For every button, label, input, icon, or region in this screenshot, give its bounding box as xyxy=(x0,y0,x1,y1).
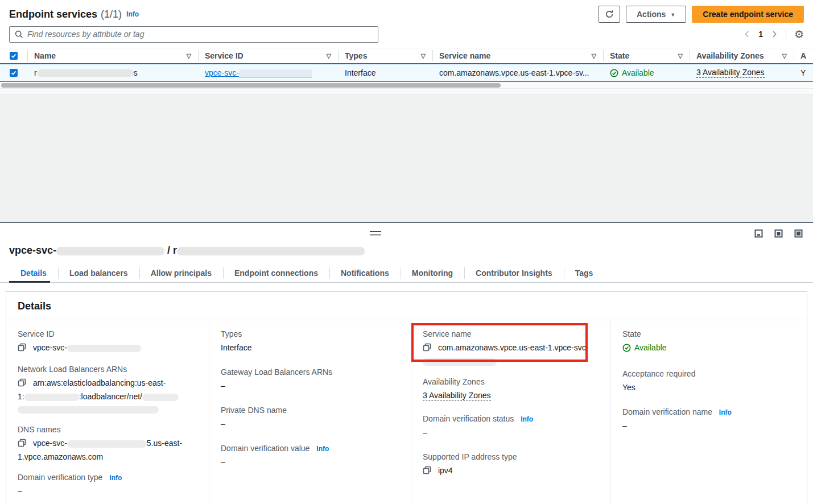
column-header-truncated[interactable]: A xyxy=(794,48,813,63)
tab-tags[interactable]: Tags xyxy=(564,264,605,282)
split-panel-controls xyxy=(754,229,803,239)
list-header: Endpoint services (1/1) Info Actions ▼ C… xyxy=(0,0,813,25)
next-page-icon[interactable] xyxy=(771,30,778,38)
field-acceptance-required: Acceptance required Yes xyxy=(622,369,795,394)
field-state: State Available xyxy=(622,329,795,356)
redacted-title-name xyxy=(177,247,365,255)
tab-endpoint-connections[interactable]: Endpoint connections xyxy=(223,264,329,282)
field-private-dns-name: Private DNS name – xyxy=(221,406,399,430)
horizontal-scrollbar xyxy=(0,82,813,89)
filter-service-id-icon[interactable]: ▽ xyxy=(327,52,331,60)
cell-service-id: vpce-svc- xyxy=(198,64,338,81)
caret-down-icon: ▼ xyxy=(670,12,675,18)
split-panel: vpce-svc- / r Details Load balancers All… xyxy=(0,223,813,502)
panel-maximize-icon[interactable] xyxy=(794,229,803,239)
table-footer-gap xyxy=(0,89,813,94)
row-checkbox[interactable] xyxy=(10,69,18,77)
tab-notifications[interactable]: Notifications xyxy=(329,264,401,282)
az-popover-trigger[interactable]: 3 Availability Zones xyxy=(423,391,491,401)
redacted-name xyxy=(37,69,134,77)
tab-contributor-insights[interactable]: Contributor Insights xyxy=(464,264,564,282)
tab-load-balancers[interactable]: Load balancers xyxy=(58,264,139,282)
pagination: 1 ⚙ xyxy=(744,28,804,40)
search-icon xyxy=(15,30,23,39)
filter-name-icon[interactable]: ▽ xyxy=(187,52,191,60)
filter-az-icon[interactable]: ▽ xyxy=(782,52,787,60)
field-domain-verification-status: Domain verification status Info – xyxy=(423,414,599,439)
field-service-id: Service ID vpce-svc- xyxy=(18,329,197,355)
redacted-service-id-value xyxy=(67,345,141,352)
preferences-gear-icon[interactable]: ⚙ xyxy=(794,29,804,40)
filter-service-name-icon[interactable]: ▽ xyxy=(592,52,596,60)
column-header-state[interactable]: State ▽ xyxy=(603,48,690,63)
search-input[interactable] xyxy=(27,30,373,39)
copy-icon[interactable] xyxy=(18,440,28,449)
cell-name: rs xyxy=(27,64,198,81)
field-glb-arns: Gateway Load Balancers ARNs – xyxy=(221,367,399,392)
tab-allow-principals[interactable]: Allow principals xyxy=(139,264,223,282)
service-id-link[interactable]: vpce-svc- xyxy=(205,68,312,77)
actions-button-label: Actions xyxy=(637,10,666,19)
resource-count: (1/1) xyxy=(101,9,122,20)
panel-position-side-icon[interactable] xyxy=(774,229,783,239)
copy-icon[interactable] xyxy=(18,379,28,389)
field-domain-verification-value: Domain verification value Info – xyxy=(221,444,399,468)
column-header-service-id[interactable]: Service ID ▽ xyxy=(198,48,338,63)
details-column-1: Service ID vpce-svc- Network Load Balanc… xyxy=(6,320,209,504)
field-dns-names: DNS names vpce-svc-5.us-east- 1.vpce.ama… xyxy=(18,425,197,463)
copy-icon[interactable] xyxy=(423,467,434,476)
horizontal-scrollbar-thumb[interactable] xyxy=(1,83,501,88)
available-check-icon xyxy=(622,344,631,352)
filter-state-icon[interactable]: ▽ xyxy=(678,52,683,60)
create-endpoint-service-button[interactable]: Create endpoint service xyxy=(692,6,804,23)
page-title: Endpoint services xyxy=(9,9,97,20)
field-availability-zones: Availability Zones 3 Availability Zones xyxy=(423,377,599,402)
dvt-info-link[interactable]: Info xyxy=(109,474,122,482)
redacted-lb-name xyxy=(142,394,179,401)
page-number[interactable]: 1 xyxy=(758,30,763,39)
previous-page-icon[interactable] xyxy=(744,30,750,38)
redacted-title-id xyxy=(56,247,164,255)
panel-position-bottom-icon[interactable] xyxy=(754,229,763,239)
split-panel-drag-handle-icon[interactable] xyxy=(370,231,381,236)
column-header-types[interactable]: Types ▽ xyxy=(338,48,432,63)
cell-truncated: Y xyxy=(794,64,813,81)
field-nlb-arns: Network Load Balancers ARNs arn:aws:elas… xyxy=(18,365,197,415)
search-box[interactable] xyxy=(9,26,378,43)
redacted-service-name-tail xyxy=(423,358,497,366)
dvs-info-link[interactable]: Info xyxy=(521,415,533,423)
list-toolbar: 1 ⚙ xyxy=(0,25,813,48)
redacted-dns-id xyxy=(67,440,147,448)
dvv-info-link[interactable]: Info xyxy=(316,445,329,453)
redacted-service-id xyxy=(239,69,312,77)
available-check-icon xyxy=(610,69,618,77)
details-column-3: Service name com.amazonaws.vpce.us-east-… xyxy=(411,320,611,504)
filter-types-icon[interactable]: ▽ xyxy=(421,52,426,60)
details-card: Details Service ID vpce-svc- Network Loa… xyxy=(6,291,807,504)
copy-icon[interactable] xyxy=(18,344,28,353)
field-types: Types Interface xyxy=(221,329,399,354)
header-info-link[interactable]: Info xyxy=(126,10,139,18)
split-panel-title: vpce-svc- / r xyxy=(0,223,813,257)
actions-button[interactable]: Actions ▼ xyxy=(626,6,686,23)
endpoint-services-table: Name ▽ Service ID ▽ Types ▽ Service name… xyxy=(0,48,813,222)
az-popover-trigger[interactable]: 3 Availability Zones xyxy=(696,68,765,78)
column-header-service-name[interactable]: Service name ▽ xyxy=(432,48,603,63)
redacted-account-id xyxy=(24,394,79,401)
dvn-info-link[interactable]: Info xyxy=(719,408,732,416)
cell-availability-zones: 3 Availability Zones xyxy=(690,64,794,81)
create-button-label: Create endpoint service xyxy=(703,10,793,19)
field-domain-verification-name: Domain verification name Info – xyxy=(622,407,795,432)
field-supported-ip: Supported IP address type ipv4 xyxy=(423,452,599,478)
details-column-4: State Available Acceptance required Yes xyxy=(611,320,807,504)
table-row[interactable]: rs vpce-svc- Interface com.amazonaws.vpc… xyxy=(0,63,813,82)
column-header-name[interactable]: Name ▽ xyxy=(27,48,198,63)
redacted-arn-tail xyxy=(18,406,159,414)
select-all-checkbox[interactable] xyxy=(10,52,18,60)
copy-icon[interactable] xyxy=(423,344,434,353)
toolbar-divider xyxy=(786,28,786,40)
tab-monitoring[interactable]: Monitoring xyxy=(401,264,464,282)
tab-details[interactable]: Details xyxy=(9,264,58,282)
refresh-button[interactable] xyxy=(599,6,620,23)
column-header-availability-zones[interactable]: Availability Zones ▽ xyxy=(690,48,794,63)
